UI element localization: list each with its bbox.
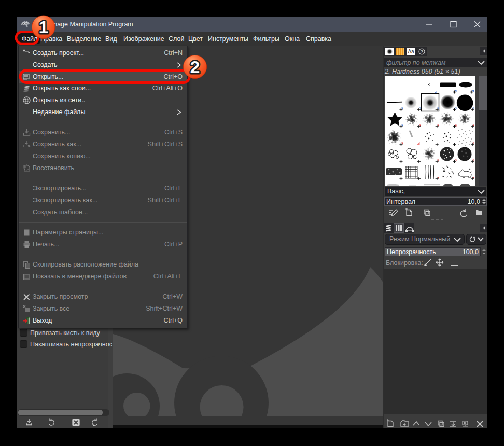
- svg-text:2: 2: [190, 57, 200, 77]
- svg-text:1: 1: [39, 17, 49, 37]
